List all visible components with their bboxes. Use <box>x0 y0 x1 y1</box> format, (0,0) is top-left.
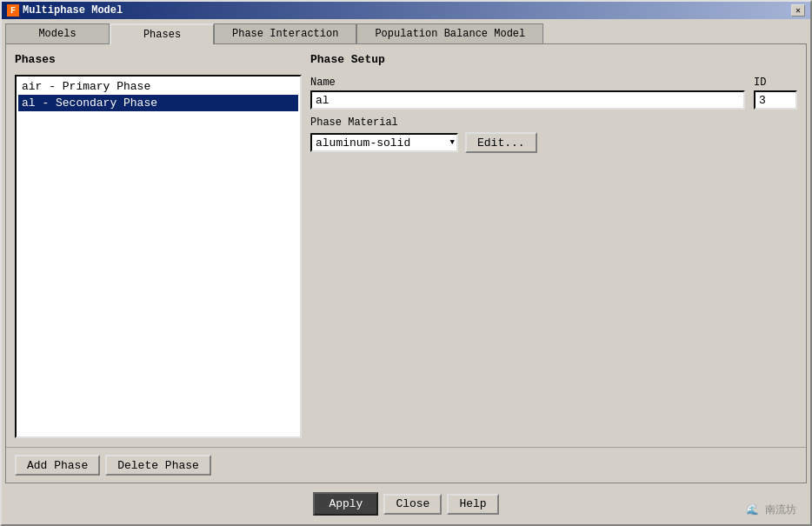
name-label: Name <box>310 77 745 89</box>
add-phase-button[interactable]: Add Phase <box>15 455 100 476</box>
material-row: aluminum-solid air Edit... <box>310 132 797 153</box>
phases-listbox[interactable]: air - Primary Phase al - Secondary Phase <box>15 75 302 438</box>
tab-phases[interactable]: Phases <box>110 23 214 44</box>
left-panel: Phases air - Primary Phase al - Secondar… <box>15 53 302 438</box>
title-bar-left: F Multiphase Model <box>7 4 123 17</box>
close-button[interactable]: Close <box>383 494 442 515</box>
content-area: Phases air - Primary Phase al - Secondar… <box>5 43 807 483</box>
phase-setup-title: Phase Setup <box>310 53 797 66</box>
list-item-al[interactable]: al - Secondary Phase <box>18 95 298 111</box>
name-input[interactable] <box>310 90 745 110</box>
close-window-button[interactable]: ✕ <box>791 4 805 17</box>
delete-phase-button[interactable]: Delete Phase <box>105 455 211 476</box>
material-select-wrap: aluminum-solid air <box>310 133 458 152</box>
watermark: 🌊 南流坊 <box>746 503 796 517</box>
tabs-bar: Models Phases Phase Interaction Populati… <box>2 19 810 43</box>
right-panel: Phase Setup Name ID Phase Material <box>310 53 797 438</box>
main-content: Phases air - Primary Phase al - Secondar… <box>6 44 806 447</box>
id-field-wrap: ID <box>754 77 797 110</box>
name-field-wrap: Name <box>310 77 745 110</box>
window-title: Multiphase Model <box>23 4 123 17</box>
edit-button[interactable]: Edit... <box>465 132 537 153</box>
tab-phase-interaction[interactable]: Phase Interaction <box>214 23 356 44</box>
apply-button[interactable]: Apply <box>313 492 378 516</box>
watermark-text: 南流坊 <box>765 504 796 516</box>
watermark-icon: 🌊 <box>746 504 759 516</box>
material-label: Phase Material <box>310 117 797 129</box>
main-window: F Multiphase Model ✕ Models Phases Phase… <box>0 0 812 526</box>
material-select[interactable]: aluminum-solid air <box>310 133 458 152</box>
help-button[interactable]: Help <box>447 494 498 515</box>
id-label: ID <box>754 77 797 89</box>
title-bar: F Multiphase Model ✕ <box>2 2 810 19</box>
name-id-row: Name ID <box>310 77 797 110</box>
tab-models[interactable]: Models <box>5 23 110 44</box>
material-section: Phase Material aluminum-solid air Edit..… <box>310 117 797 153</box>
bottom-bar: Apply Close Help 🌊 南流坊 <box>2 483 810 524</box>
phases-panel-title: Phases <box>15 53 302 66</box>
app-icon: F <box>7 4 19 17</box>
bottom-left-buttons: Add Phase Delete Phase <box>6 447 806 483</box>
id-input[interactable] <box>754 90 797 110</box>
list-item-air[interactable]: air - Primary Phase <box>18 78 298 95</box>
tab-population-balance-model[interactable]: Population Balance Model <box>356 23 543 44</box>
